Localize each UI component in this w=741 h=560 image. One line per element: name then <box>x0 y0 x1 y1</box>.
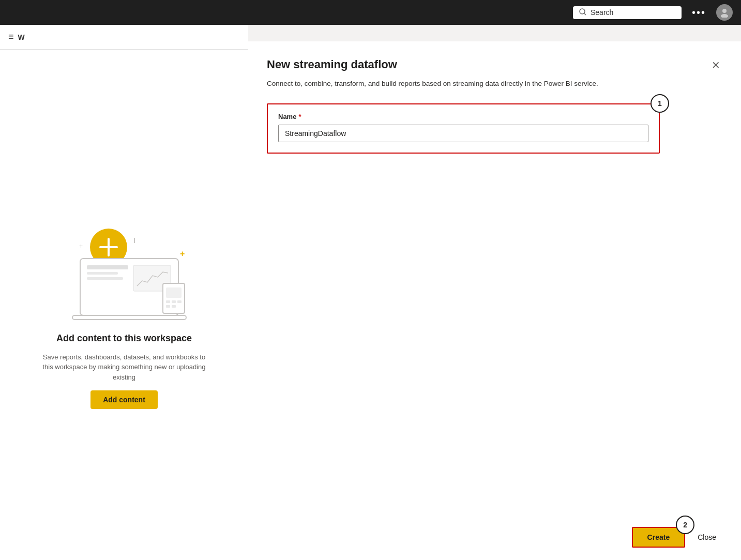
search-box[interactable]: Search <box>573 6 682 19</box>
workspace-header: ≡ W <box>0 25 248 50</box>
step-badge-2: 2 <box>676 516 694 534</box>
avatar[interactable] <box>716 4 733 21</box>
modal-header: New streaming dataflow ✕ <box>267 58 722 72</box>
svg-text:+: + <box>180 249 185 258</box>
name-field-section: 1 Name * <box>267 103 660 154</box>
svg-rect-20 <box>177 300 182 303</box>
modal-close-button[interactable]: ✕ <box>709 58 722 72</box>
search-label: Search <box>591 8 613 17</box>
modal-description: Connect to, combine, transform, and buil… <box>267 79 618 89</box>
svg-rect-9 <box>87 265 128 269</box>
workspace-description: Save reports, dashboards, datasets, and … <box>41 352 207 383</box>
svg-point-0 <box>580 9 585 14</box>
hamburger-icon[interactable]: ≡ <box>8 32 14 42</box>
workspace-title-label: W <box>18 33 25 41</box>
required-indicator: * <box>298 113 301 120</box>
name-input[interactable] <box>278 125 648 142</box>
svg-text:+: + <box>79 243 83 250</box>
svg-rect-17 <box>166 287 182 298</box>
svg-rect-10 <box>87 272 118 275</box>
svg-rect-19 <box>172 300 176 303</box>
svg-rect-22 <box>172 305 176 308</box>
modal-footer: 2 Create Close <box>267 519 722 548</box>
new-streaming-dataflow-modal: New streaming dataflow ✕ Connect to, com… <box>248 41 741 560</box>
svg-rect-11 <box>87 277 123 280</box>
create-button-wrapper: 2 Create <box>632 527 686 548</box>
step-badge-1: 1 <box>651 94 669 113</box>
workspace-heading: Add content to this workspace <box>56 333 192 344</box>
svg-line-1 <box>584 13 586 15</box>
add-content-button[interactable]: Add content <box>90 390 158 409</box>
workspace-content-area: + + Add content to this workspace Save r… <box>0 50 248 560</box>
close-text-button[interactable]: Close <box>691 528 722 547</box>
svg-rect-21 <box>166 305 170 308</box>
svg-rect-8 <box>72 315 186 320</box>
topbar: Search ••• <box>0 0 741 25</box>
search-icon <box>579 8 586 17</box>
workspace-illustration: + + <box>52 201 196 325</box>
svg-rect-18 <box>166 300 170 303</box>
svg-point-2 <box>722 9 727 13</box>
name-field-label: Name * <box>278 113 648 120</box>
modal-title: New streaming dataflow <box>267 58 397 71</box>
more-options-button[interactable]: ••• <box>688 5 710 21</box>
svg-point-3 <box>721 14 728 18</box>
